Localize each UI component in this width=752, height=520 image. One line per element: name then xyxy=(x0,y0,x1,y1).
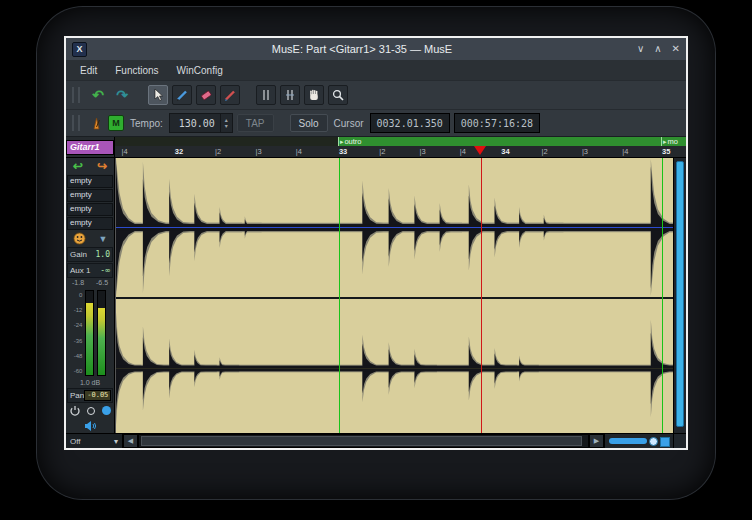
scrollbar-corner xyxy=(673,434,686,448)
vertical-scroll-thumb[interactable] xyxy=(676,161,684,427)
pan-tool-button[interactable] xyxy=(304,85,324,105)
undo-button[interactable]: ↶ xyxy=(88,85,108,105)
level-meter: 0-12-24-36-48-60 xyxy=(66,288,114,378)
mono-toggle-icon[interactable] xyxy=(87,407,95,415)
horizontal-scroll-thumb[interactable] xyxy=(141,436,582,446)
gain-row[interactable]: Gain 1.0 xyxy=(67,247,113,262)
hand-icon xyxy=(307,88,321,102)
marker-strip[interactable]: ▸outro▸mo xyxy=(115,137,686,146)
tempo-spin-arrows[interactable]: ▴ ▾ xyxy=(220,114,232,132)
window-title: MusE: Part <Gitarr1> 31-35 — MusE xyxy=(87,43,637,55)
transport-toolbar: M Tempo: 130.00 ▴ ▾ TAP Solo Cursor 0032… xyxy=(66,109,686,136)
maximize-button[interactable]: ∧ xyxy=(654,44,661,54)
spin-down-icon[interactable]: ▾ xyxy=(225,123,228,129)
snap-value[interactable]: Off xyxy=(70,437,81,446)
playhead-marker[interactable] xyxy=(474,146,486,155)
marker-outro[interactable]: ▸outro xyxy=(338,137,662,146)
aux-label: Aux 1 xyxy=(70,266,90,275)
scroll-left-button[interactable]: ◀ xyxy=(123,434,138,448)
zoom-tool-button[interactable] xyxy=(328,85,348,105)
window-icon: X xyxy=(72,42,87,57)
pan-row[interactable]: Pan -0.05 xyxy=(67,388,113,403)
part-slot-1[interactable]: empty xyxy=(67,189,113,202)
toolbar-handle[interactable] xyxy=(72,87,80,103)
master-track-toggle[interactable]: M xyxy=(108,115,124,131)
tempo-spinbox[interactable]: 130.00 ▴ ▾ xyxy=(169,113,233,133)
aux-row[interactable]: Aux 1 -∞ xyxy=(67,263,113,278)
controller-select-icon[interactable]: ▼ xyxy=(99,234,108,244)
peak-left-value: -1.8 xyxy=(72,278,84,288)
timeline-ruler[interactable]: ▸outro▸mo |432|2|3|433|2|3|434|2|3|435 xyxy=(115,137,686,157)
metronome-button[interactable] xyxy=(88,115,104,131)
vertical-scrollbar[interactable] xyxy=(673,158,686,433)
waveform-lane-left xyxy=(116,158,673,297)
prev-part-button[interactable]: ↩ xyxy=(73,159,83,173)
meter-bar-right xyxy=(97,290,106,376)
cursor-time-readout: 000:57:16:28 xyxy=(454,113,540,133)
part-slot-list: emptyemptyemptyempty xyxy=(66,174,114,230)
meter-scale-label: -60 xyxy=(74,368,83,374)
menu-functions[interactable]: Functions xyxy=(107,63,166,78)
ruler-tick: |4 xyxy=(622,147,628,157)
marker-mo[interactable]: ▸mo xyxy=(661,137,686,146)
pencil-tool-button[interactable] xyxy=(172,85,192,105)
zoom-slider[interactable] xyxy=(604,434,673,448)
pointer-tool-button[interactable] xyxy=(148,85,168,105)
zoom-button[interactable] xyxy=(660,437,670,447)
track-info-panel: ↩ ↪ emptyemptyemptyempty ▼ Gain 1.0 Aux … xyxy=(66,158,115,433)
ruler-tick: 32 xyxy=(175,147,183,157)
draw-pencil-icon xyxy=(223,88,237,102)
smiley-icon[interactable] xyxy=(73,232,86,245)
edit-toolbar: ↶ ↷ xyxy=(66,80,686,109)
ruler-tick: 34 xyxy=(501,147,509,157)
draw-tool-button[interactable] xyxy=(220,85,240,105)
part-slot-0[interactable]: empty xyxy=(67,175,113,188)
listen-row xyxy=(66,418,114,433)
wave-canvas[interactable] xyxy=(115,158,673,433)
toolbar-handle[interactable] xyxy=(72,115,80,131)
shade-button[interactable]: ∨ xyxy=(637,44,644,54)
speaker-icon[interactable] xyxy=(84,420,97,432)
tempo-label: Tempo: xyxy=(130,118,163,129)
tap-tempo-button[interactable]: TAP xyxy=(237,114,274,132)
part-slot-2[interactable]: empty xyxy=(67,203,113,216)
titlebar[interactable]: X MusE: Part <Gitarr1> 31-35 — MusE ∨ ∧ … xyxy=(66,38,686,60)
stereo-toggle-icon[interactable] xyxy=(102,406,111,415)
next-part-button[interactable]: ↪ xyxy=(97,159,107,173)
meter-level-left xyxy=(86,303,93,375)
marker-label: outro xyxy=(344,137,361,146)
zoom-slider-track[interactable] xyxy=(609,438,647,444)
metronome-icon xyxy=(89,116,104,131)
ruler-tick: |4 xyxy=(296,147,302,157)
gain-value[interactable]: 1.0 xyxy=(96,250,110,259)
meter-level-right xyxy=(98,308,105,375)
tempo-value[interactable]: 130.00 xyxy=(170,114,220,132)
horizontal-scrollbar[interactable] xyxy=(138,434,589,448)
range-tool-button[interactable] xyxy=(256,85,276,105)
aux-value[interactable]: -∞ xyxy=(100,266,110,275)
cursor-label: Cursor xyxy=(334,118,364,129)
power-icon[interactable] xyxy=(69,405,81,417)
ruler-tick: |2 xyxy=(215,147,221,157)
ruler-tick: |3 xyxy=(420,147,426,157)
meter-scale-label: -36 xyxy=(74,338,83,344)
close-button[interactable]: ✕ xyxy=(672,44,680,54)
controller-row: ▼ xyxy=(66,231,114,246)
zoom-slider-handle[interactable] xyxy=(649,437,658,446)
snap-dropdown-icon[interactable]: ▾ xyxy=(114,437,118,446)
pan-value[interactable]: -0.05 xyxy=(84,390,111,401)
marker-label: mo xyxy=(668,137,678,146)
scroll-right-button[interactable]: ▶ xyxy=(589,434,604,448)
solo-button[interactable]: Solo xyxy=(290,114,328,132)
menu-winconfig[interactable]: WinConfig xyxy=(169,63,231,78)
eraser-tool-button[interactable] xyxy=(196,85,216,105)
snap-selector[interactable]: Off ▾ xyxy=(66,434,123,448)
redo-button[interactable]: ↷ xyxy=(112,85,132,105)
cut-tool-button[interactable] xyxy=(280,85,300,105)
ruler-tick: |2 xyxy=(542,147,548,157)
meter-scale-label: -24 xyxy=(74,322,83,328)
part-slot-3[interactable]: empty xyxy=(67,217,113,230)
track-name-chip[interactable]: Gitarr1 xyxy=(66,140,114,155)
marker-flag-icon: ▸ xyxy=(663,138,667,146)
menu-edit[interactable]: Edit xyxy=(72,63,105,78)
